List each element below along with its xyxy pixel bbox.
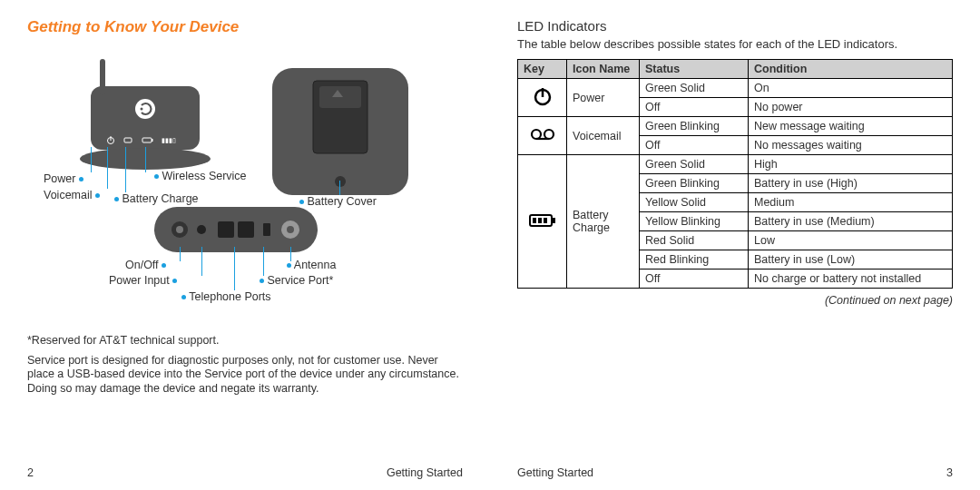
svg-point-4 bbox=[141, 108, 143, 111]
page-left: Getting to Know Your Device ▮▮▮▯ bbox=[0, 0, 490, 490]
svg-rect-32 bbox=[538, 218, 542, 223]
label-antenna: Antenna bbox=[287, 259, 336, 271]
label-wireless-service: Wireless Service bbox=[154, 170, 247, 182]
th-icon-name: Icon Name bbox=[567, 60, 640, 79]
th-status: Status bbox=[640, 60, 749, 79]
led-indicator-table: Key Icon Name Status Condition Power Gre… bbox=[517, 59, 953, 289]
footnote-reserved: *Reserved for AT&T technical support. bbox=[27, 334, 463, 348]
page-footer-left: 2 Getting Started bbox=[27, 466, 463, 479]
section-title: LED Indicators bbox=[517, 18, 953, 34]
battery-name: Battery Charge bbox=[567, 155, 640, 289]
label-power-input: Power Input bbox=[109, 274, 177, 287]
svg-rect-20 bbox=[238, 221, 254, 238]
table-row: Power Green Solid On bbox=[518, 79, 953, 98]
footer-section: Getting Started bbox=[387, 466, 463, 479]
svg-point-27 bbox=[544, 130, 554, 139]
section-intro: The table below describes possible state… bbox=[517, 37, 953, 52]
svg-rect-19 bbox=[218, 221, 234, 238]
label-battery-cover: Battery Cover bbox=[299, 195, 377, 208]
svg-rect-30 bbox=[553, 218, 555, 223]
label-on-off: On/Off bbox=[125, 259, 166, 271]
svg-rect-31 bbox=[533, 218, 536, 223]
device-back-illustration bbox=[263, 59, 417, 204]
svg-text:▮▮▮▯: ▮▮▮▯ bbox=[162, 137, 176, 143]
device-rear-panel-illustration bbox=[154, 207, 318, 252]
label-service-port: Service Port* bbox=[260, 274, 333, 287]
page-number: 2 bbox=[27, 466, 34, 479]
th-key: Key bbox=[518, 60, 567, 79]
page-number: 3 bbox=[946, 466, 953, 479]
continued-note: (Continued on next page) bbox=[517, 294, 953, 307]
svg-point-14 bbox=[335, 176, 346, 187]
svg-rect-21 bbox=[263, 223, 270, 236]
svg-rect-2 bbox=[100, 59, 105, 95]
footnote-warning: Service port is designed for diagnostic … bbox=[27, 354, 463, 397]
device-diagram: ▮▮▮▯ Power Voicemail Wireless Serv bbox=[27, 45, 463, 281]
power-icon bbox=[518, 79, 567, 117]
label-battery-charge: Battery Charge bbox=[114, 192, 199, 205]
label-power: Power bbox=[44, 172, 83, 185]
th-condition: Condition bbox=[749, 60, 953, 79]
label-voicemail: Voicemail bbox=[44, 189, 100, 201]
page-title: Getting to Know Your Device bbox=[27, 18, 463, 36]
svg-point-18 bbox=[197, 225, 206, 234]
power-name: Power bbox=[567, 79, 640, 117]
table-row: Battery Charge Green Solid High bbox=[518, 155, 953, 174]
svg-point-23 bbox=[287, 226, 294, 233]
voicemail-icon bbox=[518, 117, 567, 155]
svg-rect-9 bbox=[152, 139, 153, 142]
table-row: Voicemail Green Blinking New message wai… bbox=[518, 117, 953, 136]
page-footer-right: Getting Started 3 bbox=[517, 466, 953, 479]
svg-point-3 bbox=[135, 99, 155, 119]
svg-point-26 bbox=[532, 130, 541, 139]
svg-rect-33 bbox=[544, 218, 547, 223]
label-telephone-ports: Telephone Ports bbox=[181, 290, 271, 303]
table-header-row: Key Icon Name Status Condition bbox=[518, 60, 953, 79]
footer-section: Getting Started bbox=[517, 466, 593, 479]
svg-point-17 bbox=[176, 226, 183, 233]
battery-icon bbox=[518, 155, 567, 289]
voicemail-name: Voicemail bbox=[567, 117, 640, 155]
page-right: LED Indicators The table below describes… bbox=[490, 0, 980, 490]
